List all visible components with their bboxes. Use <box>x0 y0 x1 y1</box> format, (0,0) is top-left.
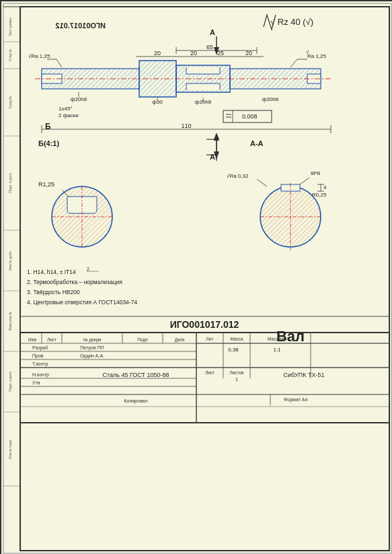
svg-text:Н.контр: Н.контр <box>32 372 49 378</box>
svg-text:Сталь 45 ГОСТ 1050-88: Сталь 45 ГОСТ 1050-88 <box>102 372 169 378</box>
svg-text:25: 25 <box>217 50 224 57</box>
svg-text:110: 110 <box>181 123 191 129</box>
svg-text:Подп: Подп <box>137 337 148 343</box>
svg-text:Лист: Лист <box>47 337 56 342</box>
svg-text:Разраб: Разраб <box>32 345 48 351</box>
svg-text:0,38: 0,38 <box>228 347 239 353</box>
svg-text:Б: Б <box>45 122 51 131</box>
svg-text:ИГО001017.012: ИГО001017.012 <box>170 319 239 330</box>
svg-text:Б(4:1): Б(4:1) <box>38 139 59 147</box>
svg-text:Т.контр: Т.контр <box>32 361 48 367</box>
svg-text:А: А <box>210 153 215 161</box>
svg-text:Копировал: Копировал <box>124 399 147 404</box>
svg-text:1:1: 1:1 <box>273 347 281 353</box>
svg-text:Петров ПП: Петров ПП <box>80 345 104 351</box>
svg-text:Масса: Масса <box>230 337 243 341</box>
svg-text:8P8: 8P8 <box>311 170 321 176</box>
svg-text:Подп. и дата: Подп. и дата <box>8 173 12 193</box>
svg-text:Ордин А.А.: Ордин А.А. <box>80 353 104 359</box>
svg-text:1x45°: 1x45° <box>58 106 73 112</box>
svg-rect-45 <box>186 83 220 90</box>
svg-text:Лист: Лист <box>205 370 214 375</box>
svg-text:4: 4 <box>323 184 327 191</box>
svg-text:0.008: 0.008 <box>242 113 258 120</box>
svg-text:65: 65 <box>206 44 213 50</box>
svg-text:√Ra 1,25: √Ra 1,25 <box>28 53 50 59</box>
svg-text:Лит: Лит <box>206 337 214 341</box>
svg-text:20: 20 <box>154 50 161 57</box>
svg-text:Пров: Пров <box>32 353 44 359</box>
svg-text:R1,25: R1,25 <box>38 181 54 188</box>
svg-text:1.  Н14, h14, ± IT14: 1. Н14, h14, ± IT14 <box>27 269 76 275</box>
svg-text:А: А <box>210 28 215 36</box>
drawing-container: Лист рамен Стад № Сред № Подп. и дата Ин… <box>0 0 392 554</box>
svg-text:Сред №: Сред № <box>8 96 12 109</box>
svg-text:Подп. и дата: Подп. и дата <box>8 372 12 392</box>
svg-text:√: √ <box>306 49 309 55</box>
svg-text:√Ra 0,32: √Ra 0,32 <box>227 173 249 179</box>
svg-text:ф20h8: ф20h8 <box>71 96 87 102</box>
svg-text:2: 2 <box>87 267 89 271</box>
svg-text:СибУПК ТХ-51: СибУПК ТХ-51 <box>283 372 324 378</box>
svg-text:Стад №: Стад № <box>8 49 12 61</box>
svg-text:20: 20 <box>190 50 197 57</box>
svg-text:Лист рамен: Лист рамен <box>8 18 12 36</box>
svg-text:Взам инв.№: Взам инв.№ <box>8 312 12 331</box>
svg-text:Формат А4: Формат А4 <box>284 397 307 403</box>
svg-text:Листов: Листов <box>229 370 244 375</box>
svg-text:R0,25: R0,25 <box>312 192 327 198</box>
svg-text:√ Rz 40 (√): √ Rz 40 (√) <box>270 17 313 27</box>
svg-text:ф20h8: ф20h8 <box>262 96 279 102</box>
svg-text:Изм: Изм <box>28 337 37 342</box>
svg-text:2.  Термообработка – нормализа: 2. Термообработка – нормализация <box>27 279 122 285</box>
svg-text:2 фаски: 2 фаски <box>58 112 79 118</box>
svg-text:Дата: Дата <box>175 337 185 343</box>
svg-text:4.  Центровые отверстия А ГОСТ: 4. Центровые отверстия А ГОСТ14034-74 <box>27 299 137 306</box>
svg-text:Утв: Утв <box>32 380 40 385</box>
svg-text:№ докум: № докум <box>83 337 102 343</box>
svg-text:20: 20 <box>245 50 252 57</box>
technical-drawing: Лист рамен Стад № Сред № Подп. и дата Ин… <box>1 1 392 554</box>
svg-text:Масштаб: Масштаб <box>268 337 286 341</box>
svg-text:3.  Твёрдость НВ200: 3. Твёрдость НВ200 <box>27 289 80 296</box>
svg-text:Ra 1,25: Ra 1,25 <box>307 53 327 59</box>
svg-text:1: 1 <box>235 377 238 382</box>
svg-text:ИГО01017.012: ИГО01017.012 <box>55 22 106 30</box>
svg-text:А-А: А-А <box>250 139 264 147</box>
svg-text:Инв.№ дубл.: Инв.№ дубл. <box>8 250 12 271</box>
svg-rect-44 <box>186 67 220 74</box>
svg-text:Инв.№ подл.: Инв.№ подл. <box>8 439 12 459</box>
